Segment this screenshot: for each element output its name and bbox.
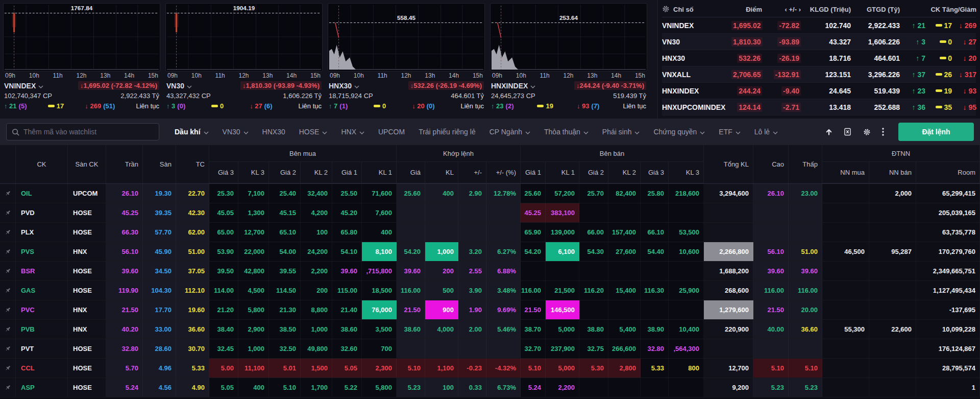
chart-symbol-selector[interactable]: VN30 <box>166 82 192 90</box>
price-cell[interactable]: 25.60 <box>397 184 425 203</box>
price-row-pvc[interactable]: PVCHNX21.5017.7019.6021.205,80021.308,80… <box>0 300 980 320</box>
price-cell[interactable]: 65.90 <box>521 223 546 242</box>
price-cell[interactable]: 6.27% <box>486 242 521 261</box>
price-cell[interactable]: 104.30 <box>143 281 176 300</box>
price-cell[interactable]: 400 <box>362 223 397 242</box>
symbol-cell[interactable]: PVT <box>16 339 68 358</box>
price-cell[interactable]: 26.10 <box>106 184 143 203</box>
symbol-cell[interactable]: BSR <box>16 262 68 280</box>
tab-vn30[interactable]: VN30 <box>223 128 249 136</box>
price-cell[interactable]: 10,600 <box>669 242 704 261</box>
price-cell[interactable]: 1,000 <box>301 320 332 339</box>
price-cell[interactable]: 5.05 <box>209 378 238 397</box>
price-cell[interactable]: 20.00 <box>789 300 822 319</box>
price-cell[interactable]: 5.10 <box>789 359 822 378</box>
price-cell[interactable]: 39.60 <box>397 262 425 280</box>
price-cell[interactable]: 3.48% <box>486 281 521 300</box>
price-cell[interactable]: 2,800 <box>608 359 641 378</box>
price-cell[interactable]: ,715,800 <box>362 262 397 280</box>
price-cell[interactable]: 53,500 <box>669 223 704 242</box>
price-cell[interactable]: 2.90 <box>458 184 486 203</box>
price-cell[interactable]: 5.23 <box>789 378 822 397</box>
price-cell[interactable] <box>486 203 521 222</box>
price-cell[interactable]: 66.30 <box>106 223 143 242</box>
price-cell[interactable]: 1,279,600 <box>704 300 753 319</box>
price-cell[interactable]: 146,500 <box>546 300 579 319</box>
price-cell[interactable]: 32.60 <box>332 339 362 358</box>
index-row-hnx30[interactable]: HNX30532.26-26.1918.716464.601↑ 70↓ 20 <box>662 50 976 66</box>
price-cell[interactable]: 39.60 <box>789 262 822 280</box>
price-cell[interactable]: 2,900 <box>238 320 269 339</box>
price-cell[interactable]: 6,100 <box>546 242 579 261</box>
watchlist-search[interactable] <box>6 123 159 140</box>
price-cell[interactable]: 25.80 <box>641 184 669 203</box>
price-cell[interactable]: 56.10 <box>106 242 143 261</box>
kebab-menu-icon[interactable] <box>882 128 884 136</box>
price-cell[interactable]: 157,400 <box>608 223 641 242</box>
index-row-hnxupcomindex[interactable]: HNXUPCOMINDEX124.14-2.7113.418252.688↑ 3… <box>662 99 976 115</box>
pin-icon[interactable] <box>0 339 16 358</box>
price-cell[interactable]: 24,200 <box>301 242 332 261</box>
price-cell[interactable]: 54.40 <box>641 242 669 261</box>
price-cell[interactable]: 39.50 <box>209 262 238 280</box>
price-cell[interactable]: 383,100 <box>546 203 579 222</box>
price-cell[interactable]: 1,700 <box>301 378 332 397</box>
price-cell[interactable] <box>579 378 608 397</box>
gear-icon[interactable] <box>863 128 871 136</box>
price-cell[interactable]: 5.10 <box>521 359 546 378</box>
price-cell[interactable]: 4,000 <box>425 320 458 339</box>
price-cell[interactable]: 39.60 <box>332 262 362 280</box>
price-cell[interactable] <box>641 262 669 280</box>
tab-etf[interactable]: ETF <box>719 128 740 136</box>
price-cell[interactable]: 39.35 <box>143 203 176 222</box>
price-cell[interactable]: 5.22 <box>332 378 362 397</box>
price-cell[interactable]: 9.69% <box>486 300 521 319</box>
price-cell[interactable]: 5.33 <box>176 359 209 378</box>
tab-lô-lẻ[interactable]: Lô lẻ <box>754 128 778 136</box>
price-cell[interactable]: 57.70 <box>143 223 176 242</box>
price-cell[interactable]: 17.70 <box>143 300 176 319</box>
index-row-vnindex[interactable]: VNINDEX1,695.02-72.82102.7402,922.433↑ 2… <box>662 17 976 34</box>
price-cell[interactable]: 18,500 <box>362 281 397 300</box>
pin-icon[interactable] <box>0 300 16 319</box>
index-row-hnxindex[interactable]: HNXINDEX244.24-9.4024.645519.439↑ 2319↓ … <box>662 83 976 99</box>
price-cell[interactable]: 38.60 <box>397 320 425 339</box>
price-cell[interactable]: 19.60 <box>176 300 209 319</box>
price-cell[interactable]: 114.00 <box>209 281 238 300</box>
price-cell[interactable]: 5.00 <box>209 359 238 378</box>
price-row-oil[interactable]: OILUPCOM26.1019.3022.7025.307,10025.4032… <box>0 184 980 203</box>
price-cell[interactable]: 119.90 <box>106 281 143 300</box>
price-cell[interactable]: 3.90 <box>458 281 486 300</box>
symbol-cell[interactable]: PVB <box>16 320 68 339</box>
price-cell[interactable] <box>641 378 669 397</box>
price-cell[interactable]: 40.00 <box>753 320 789 339</box>
tab-hose[interactable]: HOSE <box>299 128 328 136</box>
price-cell[interactable]: 53.90 <box>209 242 238 261</box>
tab-trái-phiếu-riêng-lẻ[interactable]: Trái phiếu riêng lẻ <box>419 128 476 136</box>
price-cell[interactable]: 36.60 <box>176 320 209 339</box>
price-cell[interactable]: 21.50 <box>521 300 546 319</box>
price-cell[interactable]: 54.20 <box>397 242 425 261</box>
excel-export-icon[interactable] <box>844 128 852 136</box>
price-cell[interactable]: 5,800 <box>362 378 397 397</box>
price-cell[interactable]: 237,900 <box>546 339 579 358</box>
price-cell[interactable]: 115.00 <box>332 281 362 300</box>
price-cell[interactable]: 22,000 <box>238 242 269 261</box>
price-cell[interactable]: 19.30 <box>143 184 176 203</box>
price-row-pvt[interactable]: PVTHOSE32.8028.6030.7032.451,00032.5049,… <box>0 339 980 359</box>
price-row-pvs[interactable]: PVSHNX56.1045.9051.0053.9022,00054.0024,… <box>0 242 980 262</box>
price-cell[interactable]: 3.20 <box>458 242 486 261</box>
price-row-pvd[interactable]: PVDHOSE45.2539.3542.3045.051,30045.154,2… <box>0 203 980 223</box>
price-cell[interactable]: 34.50 <box>143 262 176 280</box>
price-row-asp[interactable]: ASPHOSE5.244.564.905.054005.101,7005.225… <box>0 378 980 397</box>
price-cell[interactable]: 6.88% <box>486 262 521 280</box>
price-cell[interactable]: 4.96 <box>143 359 176 378</box>
price-cell[interactable]: 218,600 <box>669 184 704 203</box>
price-cell[interactable]: 1,000 <box>425 242 458 261</box>
price-cell[interactable]: 400 <box>238 378 269 397</box>
price-cell[interactable]: 139,000 <box>546 223 579 242</box>
symbol-cell[interactable]: OIL <box>16 184 68 203</box>
price-cell[interactable]: 57,200 <box>546 184 579 203</box>
price-cell[interactable]: 700 <box>362 339 397 358</box>
price-cell[interactable]: 116.00 <box>753 281 789 300</box>
